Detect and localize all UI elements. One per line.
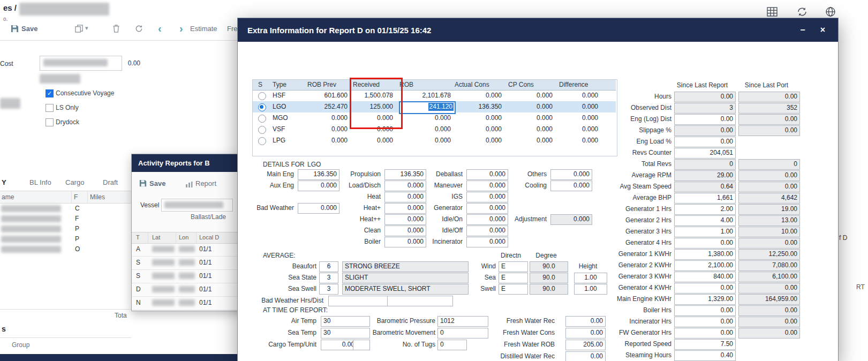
stat-since-last-port[interactable]: 164,959.00 (738, 294, 800, 305)
stat-since-last-port[interactable]: 0.00 (738, 92, 800, 102)
trash-icon[interactable] (112, 25, 120, 35)
stat-since-last-report[interactable]: 0.40 (674, 350, 736, 361)
stat-since-last-report[interactable]: 1,380.00 (674, 249, 736, 260)
activity-save-button[interactable]: Save (149, 179, 165, 187)
stat-since-last-port[interactable]: 0.00 (738, 328, 800, 339)
stat-since-last-port[interactable]: 0.00 (738, 305, 800, 316)
itinerary-row[interactable]: F (0, 214, 131, 224)
stat-since-last-report[interactable]: 0.64 (674, 182, 736, 192)
detail-field-load-disch[interactable]: 0.000 (384, 180, 426, 191)
tab-bl-info[interactable]: BL Info (29, 178, 51, 186)
bad-weather-hrs-field[interactable] (328, 296, 391, 306)
stat-since-last-report[interactable]: 29.00 (674, 170, 736, 181)
detail-field-igs[interactable]: 0.000 (466, 192, 508, 202)
beaufort-field[interactable]: 6 (319, 261, 338, 272)
wind-direction-field[interactable]: E (499, 261, 528, 272)
stat-since-last-report[interactable]: 0 (674, 159, 736, 170)
stat-since-last-report[interactable]: 840.00 (674, 272, 736, 282)
redacted-cost-field[interactable] (40, 56, 122, 71)
minimize-button[interactable]: − (800, 26, 805, 34)
stat-since-last-port[interactable]: 0.00 (738, 114, 800, 125)
itinerary-row[interactable]: P (0, 234, 131, 244)
fuel-select-radio[interactable] (258, 115, 266, 123)
caret-down-icon[interactable]: ▾ (85, 25, 88, 32)
copy-icon[interactable] (75, 25, 83, 35)
detail-field-heat[interactable]: 0.000 (384, 192, 426, 202)
close-button[interactable]: × (820, 26, 825, 34)
sea-state-field[interactable]: 3 (319, 273, 338, 283)
fuel-row[interactable]: VSF0.0000.0000.0000.0000.0000.000 (253, 124, 616, 135)
fuel-row[interactable]: LPG0.0000.0000.0000.0000.0000.000 (253, 135, 616, 146)
stat-since-last-port[interactable]: 12,250.00 (738, 249, 800, 260)
fuel-row[interactable]: MGO0.0000.0000.0000.0000.0000.000 (253, 112, 616, 124)
checkbox-drydock[interactable] (46, 118, 54, 126)
stat-since-last-report[interactable]: 0.00 (674, 92, 736, 102)
stat-since-last-port[interactable]: 19.00 (738, 204, 800, 215)
detail-field-boiler[interactable]: 0.000 (384, 237, 426, 247)
no-of-tugs-field[interactable]: 0 (437, 340, 467, 350)
air-temp-field[interactable]: 30 (321, 316, 370, 327)
fuel-row[interactable]: HSF601.6001,500.0782,101.6780.0000.0000.… (253, 90, 616, 101)
stat-since-last-report[interactable]: 0.00 (674, 238, 736, 249)
stat-since-last-report[interactable]: 2.00 (674, 204, 736, 215)
stat-since-last-port[interactable]: 0.00 (738, 182, 800, 192)
fuel-row[interactable]: LGO252.470125.000241.120136.3500.0000.00… (253, 101, 616, 112)
stat-since-last-report[interactable]: 1,329.00 (674, 294, 736, 305)
sea-swell-field[interactable]: 3 (319, 284, 338, 295)
stat-since-last-report[interactable]: 0.00 (674, 328, 736, 339)
wind-degree-field[interactable]: 90.0 (530, 261, 568, 272)
barometric-pressure-field[interactable]: 1012 (437, 316, 488, 327)
detail-field-idle-on[interactable]: 0.000 (466, 214, 508, 225)
fuel-select-radio[interactable] (258, 126, 266, 134)
fuel-select-radio[interactable] (258, 103, 266, 111)
tab-y[interactable]: Y (2, 178, 6, 186)
stat-since-last-report[interactable]: 1,661 (674, 193, 736, 204)
table-icon[interactable] (767, 7, 778, 19)
itinerary-row[interactable]: O (0, 244, 131, 254)
stat-since-last-report[interactable]: 0.00 (674, 137, 736, 147)
fuel-select-radio[interactable] (258, 92, 266, 100)
stat-since-last-report[interactable]: 204,051 (674, 148, 736, 159)
detail-field-clean[interactable]: 0.000 (384, 225, 426, 236)
itinerary-row[interactable]: P (0, 224, 131, 234)
stat-since-last-port[interactable]: 4,642 (738, 193, 800, 204)
stat-since-last-port[interactable]: 7,080.00 (738, 260, 800, 271)
stat-since-last-port[interactable]: 0 (738, 159, 800, 170)
save-icon[interactable] (139, 179, 147, 189)
stat-since-last-port[interactable]: 0.00 (738, 238, 800, 249)
detail-field-aux-eng[interactable]: 0.000 (298, 180, 339, 191)
refresh-icon[interactable] (135, 25, 143, 35)
stat-since-last-port[interactable]: 352 (738, 103, 800, 114)
fuel-select-radio[interactable] (258, 137, 266, 145)
sea-temp-field[interactable]: 30 (321, 328, 370, 339)
detail-field-idle-off[interactable]: 0.000 (466, 225, 508, 236)
cargo-temp-field[interactable]: 0.00 (321, 340, 357, 350)
stat-since-last-report[interactable]: 0.00 (674, 283, 736, 294)
barometric-movement-field[interactable]: 0 (437, 328, 488, 339)
itinerary-row[interactable]: C (0, 204, 131, 214)
stat-since-last-report[interactable]: 3 (674, 103, 736, 114)
detail-field-incinerator[interactable]: 0.000 (466, 237, 508, 247)
modal-header[interactable]: Extra Information for Report D on 01/15/… (238, 18, 838, 42)
stat-since-last-port[interactable]: 0.00 (738, 125, 800, 136)
chevron-left-icon[interactable]: ‹ (158, 24, 162, 33)
detail-field-main-eng[interactable]: 136.350 (298, 169, 339, 180)
stat-since-last-port[interactable]: 6,100.00 (738, 272, 800, 282)
checkbox-consecutive-voyage[interactable]: ✓ (46, 89, 54, 97)
stat-since-last-port[interactable]: 0.00 (738, 317, 800, 327)
swell-degree-field[interactable]: 90.0 (530, 284, 568, 295)
tab-draft[interactable]: Draft (103, 178, 118, 186)
stat-since-last-report[interactable]: 2,100.00 (674, 260, 736, 271)
stat-since-last-report[interactable]: 0.00 (674, 125, 736, 136)
detail-field-bad-weather[interactable]: 0.000 (298, 203, 339, 214)
bad-weather-dist-field[interactable] (387, 296, 453, 306)
checkbox-ls-only[interactable] (46, 104, 54, 112)
stat-since-last-port[interactable]: 13.00 (738, 215, 800, 226)
stat-since-last-report[interactable]: 0.00 (674, 305, 736, 316)
redacted-vessel-field[interactable] (161, 199, 233, 212)
detail-field-heat-[interactable]: 0.000 (384, 203, 426, 214)
tab-cargo[interactable]: Cargo (65, 178, 84, 186)
detail-field-deballast[interactable]: 0.000 (466, 169, 508, 180)
save-button[interactable]: Save (21, 25, 37, 33)
save-icon[interactable] (11, 25, 19, 35)
